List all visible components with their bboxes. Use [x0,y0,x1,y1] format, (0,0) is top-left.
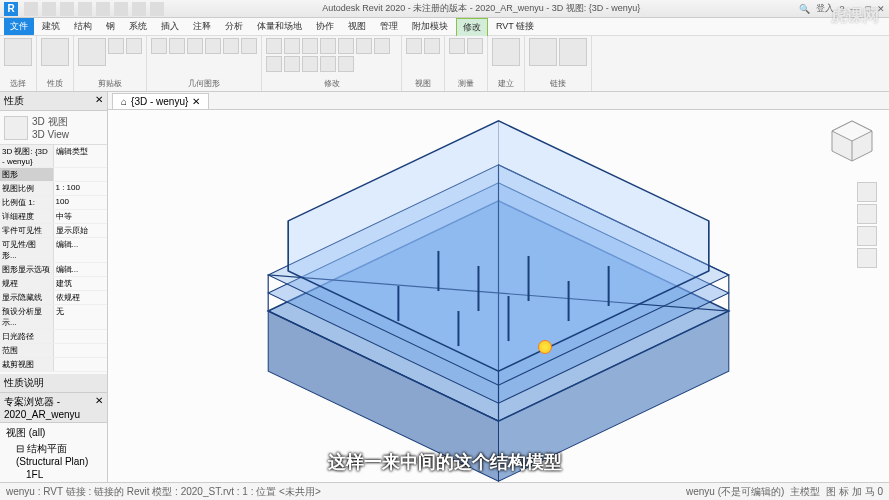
tab-modify[interactable]: 修改 [456,18,488,36]
view-selector[interactable]: 3D 视图: {3D - wenyu} [0,145,54,167]
clip-tool[interactable] [126,38,142,54]
ribbon-panel: 选择 性质 剪贴板 几何图形 修改 视图 测量 建立 链接 [0,36,889,92]
geom-tool[interactable] [205,38,221,54]
qat-icon[interactable] [96,2,110,16]
qat-icon[interactable] [42,2,56,16]
create-tool[interactable] [492,38,520,66]
modify-tool[interactable] [266,56,282,72]
qat-icon[interactable] [150,2,164,16]
prop-value[interactable] [54,330,108,343]
geom-tool[interactable] [169,38,185,54]
nav-icon[interactable] [857,204,877,224]
modify-tool[interactable] [284,38,300,54]
project-browser[interactable]: 视图 (all) ⊟ 结构平面 (Structural Plan)1FL2FLB… [0,423,107,482]
view-tool[interactable] [424,38,440,54]
modify-tool[interactable] [284,56,300,72]
qat-icon[interactable] [24,2,38,16]
modify-tool[interactable] [374,38,390,54]
view-type-icon [4,116,28,140]
status-left: wenyu : RVT 链接 : 链接的 Revit 模型 : 2020_ST.… [6,485,321,499]
select-tool[interactable] [4,38,32,66]
prop-value[interactable]: 建筑 [54,277,108,290]
browser-group[interactable]: ⊟ 结构平面 (Structural Plan) [2,441,105,468]
navigation-bar[interactable] [857,182,877,268]
modify-tool[interactable] [320,56,336,72]
group-clip: 剪贴板 [78,77,142,89]
prop-value[interactable]: 1 : 100 [54,182,108,195]
3d-canvas[interactable] [108,110,889,482]
modify-tool[interactable] [302,56,318,72]
tab-arch[interactable]: 建筑 [36,18,66,35]
prop-value[interactable] [54,358,108,371]
prop-value[interactable]: 100 [54,196,108,209]
tab-rvtlink[interactable]: RVT 链接 [490,18,540,35]
search-icon[interactable]: 🔍 [799,4,810,14]
tab-steel[interactable]: 钢 [100,18,121,35]
bind-links-tool[interactable] [559,38,587,66]
tab-file[interactable]: 文件 [4,18,34,35]
geom-tool[interactable] [187,38,203,54]
group-props: 性质 [41,77,69,89]
close-icon[interactable]: ✕ [95,94,103,108]
nav-icon[interactable] [857,182,877,202]
tab-insert[interactable]: 插入 [155,18,185,35]
prop-value[interactable]: 编辑... [54,263,108,276]
close-icon[interactable]: ✕ [192,96,200,107]
modify-tool[interactable] [320,38,336,54]
quick-access-toolbar[interactable] [24,2,164,16]
view-tool[interactable] [406,38,422,54]
modify-tool[interactable] [302,38,318,54]
tab-massing[interactable]: 体量和场地 [251,18,308,35]
measure-tool[interactable] [449,38,465,54]
modify-tool[interactable] [338,38,354,54]
group-measure: 测量 [449,77,483,89]
view-tab-3d[interactable]: ⌂{3D - wenyu}✕ [112,93,209,109]
modify-tool[interactable] [338,56,354,72]
viewport[interactable]: ⌂{3D - wenyu}✕ [108,92,889,482]
qat-icon[interactable] [60,2,74,16]
prop-key: 规程 [0,277,54,290]
prop-value[interactable]: 中等 [54,210,108,223]
properties-header: 性质✕ [0,92,107,111]
qat-icon[interactable] [114,2,128,16]
manage-links-tool[interactable] [529,38,557,66]
tab-manage[interactable]: 管理 [374,18,404,35]
status-main[interactable]: 主模型 [790,485,820,499]
geom-tool[interactable] [223,38,239,54]
properties-tool[interactable] [41,38,69,66]
paste-tool[interactable] [78,38,106,66]
prop-value[interactable]: 无 [54,305,108,329]
modify-tool[interactable] [266,38,282,54]
browser-root[interactable]: 视图 (all) [2,425,105,441]
tab-annotate[interactable]: 注释 [187,18,217,35]
edit-type-button[interactable]: 编辑类型 [54,145,108,167]
prop-key: 视图比例 [0,182,54,195]
tab-addins[interactable]: 附加模块 [406,18,454,35]
geom-tool[interactable] [241,38,257,54]
group-view: 视图 [406,77,440,89]
tab-collab[interactable]: 协作 [310,18,340,35]
prop-value[interactable]: 依规程 [54,291,108,304]
clip-tool[interactable] [108,38,124,54]
prop-value[interactable] [54,344,108,357]
tab-systems[interactable]: 系统 [123,18,153,35]
prop-key: 裁剪视图 [0,358,54,371]
prop-value[interactable]: 显示原始 [54,224,108,237]
modify-tool[interactable] [356,38,372,54]
browser-item[interactable]: 1FL [2,468,105,481]
qat-icon[interactable] [132,2,146,16]
nav-icon[interactable] [857,226,877,246]
nav-icon[interactable] [857,248,877,268]
tab-analyze[interactable]: 分析 [219,18,249,35]
tab-struct[interactable]: 结构 [68,18,98,35]
cursor-highlight [538,340,552,354]
measure-tool[interactable] [467,38,483,54]
tab-view[interactable]: 视图 [342,18,372,35]
view-cube[interactable] [827,116,877,166]
geom-tool[interactable] [151,38,167,54]
close-icon[interactable]: ✕ [95,395,103,420]
props-help[interactable]: 性质说明 [4,376,44,390]
qat-icon[interactable] [78,2,92,16]
prop-value[interactable]: 编辑... [54,238,108,262]
prop-key: 零件可见性 [0,224,54,237]
